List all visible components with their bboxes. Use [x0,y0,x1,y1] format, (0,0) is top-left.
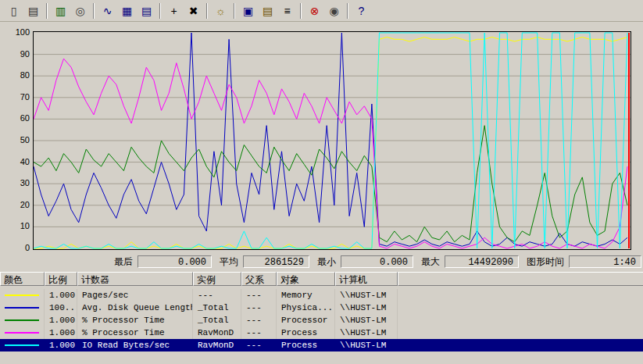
legend-cell-counter: Avg. Disk Queue Length [77,302,193,314]
view-report-icon: ▤ [141,5,152,16]
toolbar-separator [234,3,235,19]
legend-cell-filler [398,327,643,339]
y-axis-label: 50 [2,135,30,145]
legend-cell-parent: --- [241,302,277,314]
legend-row[interactable]: 1.000 % Processor Time _Total --- Proces… [0,314,643,327]
series-color-swatch [5,319,39,321]
stat-label-last: 最后 [114,255,133,269]
y-axis-label: 10 [2,221,30,230]
legend-cell-parent: --- [241,314,277,327]
legend-cell-object: Memory [277,289,335,302]
legend-body: 1.000 Pages/sec --- --- Memory \\HUST-LM… [0,289,643,352]
properties-button[interactable]: ≡ [278,2,296,20]
legend-cell-counter: Pages/sec [77,289,193,302]
view-chart-button[interactable]: ∿ [98,2,116,20]
y-axis-label: 60 [2,113,30,123]
legend-cell-filler [398,314,643,327]
toolbar: ▯▤▥◎∿▦▤+✖☼▣▤≡⊗◉? [0,0,643,22]
legend-cell-scale: 1.000 [45,327,77,339]
clear-display-button[interactable]: ▤ [24,2,42,20]
stat-label-graph-time: 图形时间 [527,255,564,269]
paste-counter-list-icon: ▤ [263,5,273,16]
series-color-swatch [5,332,39,334]
view-log-file-data-button[interactable]: ◎ [71,2,89,20]
legend-header-color[interactable]: 颜色 [0,272,45,286]
toolbar-separator [347,3,348,19]
legend-cell-computer: \\HUST-LM [335,289,398,302]
legend-cell-computer: \\HUST-LM [335,314,398,327]
new-counter-set-icon: ▯ [11,5,17,16]
legend-cell-counter: % Processor Time [77,314,193,327]
y-axis-label: 30 [2,178,30,187]
legend-cell-color [0,314,45,327]
legend-header-object[interactable]: 对象 [277,272,335,286]
y-axis-label: 20 [2,200,30,209]
copy-properties-icon: ▣ [243,5,253,16]
delete-counter-button[interactable]: ✖ [184,2,202,20]
delete-counter-icon: ✖ [189,5,198,16]
y-axis-label: 40 [2,157,30,166]
freeze-display-icon: ⊗ [310,5,320,16]
help-button[interactable]: ? [352,2,370,20]
add-counter-button[interactable]: + [165,2,183,20]
series-line-3 [34,59,627,248]
highlight-button[interactable]: ☼ [212,2,230,20]
toolbar-separator [206,3,208,19]
y-axis: 0102030405060708090100 [2,22,30,256]
properties-icon: ≡ [284,5,290,16]
performance-monitor-window: ▯▤▥◎∿▦▤+✖☼▣▤≡⊗◉? 0102030405060708090100 … [0,0,643,364]
stat-label-average: 平均 [220,255,238,269]
legend-cell-parent: --- [241,339,277,352]
chart-svg [34,32,630,249]
legend-cell-object: Processor [277,314,335,327]
legend-header-parent[interactable]: 父系 [241,272,277,286]
new-counter-set-button[interactable]: ▯ [5,2,23,20]
legend-cell-color [0,289,45,302]
view-current-activity-icon: ▥ [55,5,66,16]
clear-display-icon: ▤ [28,5,38,16]
legend-cell-computer: \\HUST-LM [335,339,398,352]
legend-row[interactable]: 1.000 % Processor Time RavMonD --- Proce… [0,327,643,339]
toolbar-separator [46,3,48,19]
legend-cell-instance: --- [193,289,241,302]
legend-cell-computer: \\HUST-LM [335,327,398,339]
view-report-button[interactable]: ▤ [138,2,155,20]
legend-cell-filler [398,302,643,314]
freeze-display-button[interactable]: ⊗ [305,2,323,20]
update-data-button[interactable]: ◉ [325,2,343,20]
view-current-activity-button[interactable]: ▥ [52,2,70,20]
legend-cell-object: Process [277,339,335,352]
legend-cell-color [0,302,45,314]
legend-cell-computer: \\HUST-LM [335,302,398,314]
y-axis-label: 0 [2,243,30,252]
legend-row[interactable]: 100... Avg. Disk Queue Length _Total ---… [0,302,643,314]
legend-header-instance[interactable]: 实例 [193,272,241,286]
toolbar-separator [159,3,161,19]
legend-header-counter[interactable]: 计数器 [77,272,193,286]
legend-cell-scale: 1.000 [45,314,77,327]
stat-label-maximum: 最大 [421,255,440,269]
help-icon: ? [359,5,365,16]
y-axis-label: 70 [2,92,30,102]
view-log-file-data-icon: ◎ [75,5,84,16]
y-axis-label: 90 [2,49,30,59]
view-chart-icon: ∿ [103,5,113,16]
copy-properties-button[interactable]: ▣ [239,2,257,20]
paste-counter-list-button[interactable]: ▤ [259,2,277,20]
legend-row-selected[interactable]: 1.000 IO Read Bytes/sec RavMonD --- Proc… [0,339,643,352]
legend-cell-filler [398,289,643,302]
legend-cell-parent: --- [241,327,277,339]
legend-row[interactable]: 1.000 Pages/sec --- --- Memory \\HUST-LM [0,289,643,302]
legend-header-scale[interactable]: 比例 [45,272,77,286]
series-color-swatch [5,294,39,296]
view-histogram-button[interactable]: ▦ [118,2,136,20]
legend-cell-object: Physica... [277,302,335,314]
legend-cell-instance: RavMonD [193,327,241,339]
legend-header-computer[interactable]: 计算机 [335,272,398,286]
legend-cell-scale: 1.000 [45,339,77,352]
legend-cell-counter: % Processor Time [77,327,193,339]
stat-value-last: 0.000 [138,255,212,268]
legend-cell-instance: _Total [193,314,241,327]
stat-label-minimum: 最小 [317,255,336,269]
add-counter-icon: + [170,5,177,16]
